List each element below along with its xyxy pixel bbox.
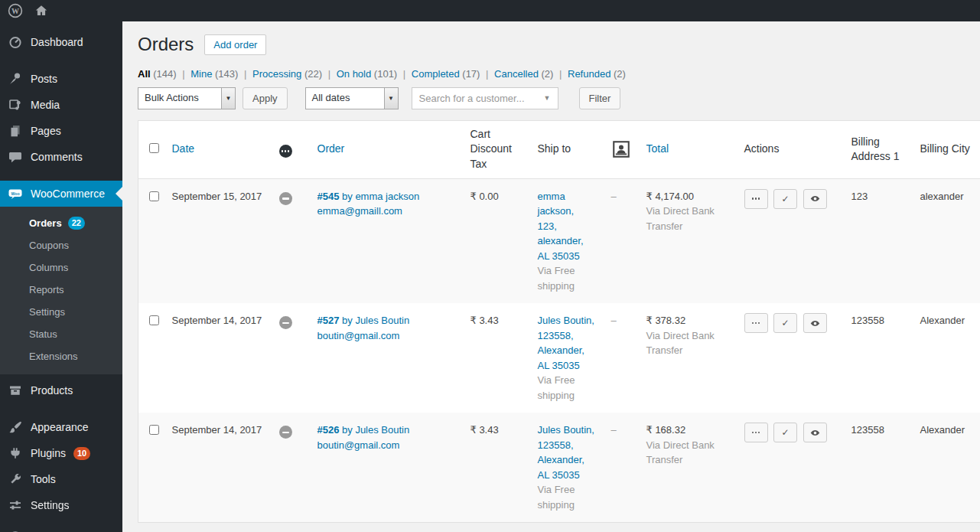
paintbrush-icon <box>8 419 23 435</box>
sidebar-item-appearance[interactable]: Appearance <box>0 414 122 440</box>
order-date: September 14, 2017 <box>172 424 262 436</box>
customer-search-select[interactable]: Search for a customer... ▼ <box>412 87 558 109</box>
sidebar: Dashboard Posts Media Pages Comments Woo… <box>0 21 122 532</box>
sidebar-item-extensions[interactable]: Extensions <box>0 345 122 367</box>
processing-action-button[interactable] <box>744 189 768 209</box>
sort-total-link[interactable]: Total <box>646 142 669 155</box>
sidebar-item-wc-settings[interactable]: Settings <box>0 301 122 323</box>
view-action-button[interactable] <box>803 423 827 442</box>
order-link[interactable]: #527 by Jules Boutin <box>317 315 410 326</box>
filter-refunded-link[interactable]: Refunded (2) <box>568 68 626 80</box>
ship-to-address-link[interactable]: emma jackson, 123, alexander, AL 35035 <box>538 191 584 262</box>
filter-processing-link[interactable]: Processing (22) <box>252 68 322 80</box>
ellipsis-actions-icon <box>752 197 760 200</box>
ship-to-address-link[interactable]: Jules Boutin, 123558, Alexander, AL 3503… <box>538 315 594 371</box>
customer-email-link[interactable]: boutin@gmail.com <box>317 439 400 451</box>
customer-value: – <box>611 424 617 436</box>
complete-check-icon: ✓ <box>782 318 790 328</box>
processing-action-button[interactable] <box>744 313 768 333</box>
comment-bubble-icon <box>8 149 23 165</box>
complete-action-button[interactable]: ✓ <box>773 423 797 442</box>
sidebar-item-products[interactable]: Products <box>0 377 122 403</box>
on-hold-status-icon <box>279 192 292 205</box>
add-order-button[interactable]: Add order <box>204 34 266 55</box>
order-link[interactable]: #526 by Jules Boutin <box>317 424 410 436</box>
sidebar-item-status[interactable]: Status <box>0 323 122 345</box>
sidebar-item-woocommerce[interactable]: Woo WooCommerce <box>0 181 122 207</box>
sliders-icon <box>8 498 23 513</box>
filter-cancelled-link[interactable]: Cancelled (2) <box>494 68 553 80</box>
on-hold-status-icon <box>279 316 292 329</box>
filter-button[interactable]: Filter <box>579 87 621 109</box>
row-checkbox[interactable] <box>149 425 159 435</box>
filter-mine-link[interactable]: Mine (143) <box>190 68 238 80</box>
sidebar-item-coupons[interactable]: Coupons <box>0 234 122 256</box>
sidebar-item-plugins[interactable]: Plugins 10 <box>0 440 122 466</box>
sort-date-link[interactable]: Date <box>172 142 195 155</box>
orders-table: Date Order Cart Discount Tax Ship to Tot… <box>138 120 980 523</box>
submenu-item-label: Settings <box>29 305 65 318</box>
orders-count-badge: 22 <box>68 217 85 230</box>
sidebar-item-tools[interactable]: Tools <box>0 466 122 492</box>
sort-order-link[interactable]: Order <box>317 142 345 155</box>
select-all-checkbox[interactable] <box>149 143 159 153</box>
page-title: Orders <box>138 34 194 56</box>
woocommerce-bubble-icon: Woo <box>8 186 23 201</box>
order-total: ₹ 168.32 <box>646 424 686 436</box>
plug-icon <box>8 446 23 461</box>
collapse-menu-button[interactable]: Collapse menu <box>0 524 122 532</box>
view-action-button[interactable] <box>803 189 827 209</box>
sidebar-item-columns[interactable]: Columns <box>0 256 122 279</box>
dropdown-arrow-icon: ▼ <box>544 94 551 102</box>
submenu-item-label: Reports <box>29 283 64 296</box>
sidebar-item-posts[interactable]: Posts <box>0 66 122 92</box>
complete-action-button[interactable]: ✓ <box>773 313 797 333</box>
sidebar-item-orders[interactable]: Orders 22 <box>0 212 122 234</box>
complete-action-button[interactable]: ✓ <box>773 189 797 209</box>
select-arrow-icon: ▼ <box>384 88 398 109</box>
all-dates-select[interactable]: All dates ▼ <box>305 87 399 109</box>
row-checkbox[interactable] <box>149 191 159 201</box>
billing-address-value: 123558 <box>851 315 884 326</box>
apply-button[interactable]: Apply <box>243 87 288 109</box>
bulk-actions-select[interactable]: Bulk Actions ▼ <box>138 87 236 109</box>
table-row: September 14, 2017 #526 by Jules Boutin … <box>138 413 980 523</box>
actions-header: Actions <box>744 142 780 155</box>
processing-action-button[interactable] <box>744 423 768 442</box>
customer-email-link[interactable]: emma@gmaill.com <box>317 205 402 217</box>
ellipsis-actions-icon <box>752 322 760 325</box>
wordpress-logo-icon[interactable]: W <box>8 3 23 18</box>
home-icon[interactable] <box>34 3 49 18</box>
row-checkbox[interactable] <box>149 315 159 325</box>
customer-value: – <box>611 315 617 326</box>
main-content: Orders Add order All (144) Mine (143) Pr… <box>122 21 980 523</box>
sidebar-item-pages[interactable]: Pages <box>0 118 122 144</box>
shipping-method: Via Free shipping <box>538 263 596 293</box>
view-action-button[interactable] <box>803 313 827 333</box>
billing-city-value: Alexander <box>920 424 965 436</box>
order-link[interactable]: #545 by emma jackson <box>317 191 420 202</box>
table-row: September 15, 2017 #545 by emma jackson … <box>138 178 980 303</box>
sidebar-item-media[interactable]: Media <box>0 92 122 118</box>
customer-email-link[interactable]: boutin@gmail.com <box>317 330 400 341</box>
sidebar-item-label: Appearance <box>31 419 89 435</box>
filter-onhold-link[interactable]: On hold (101) <box>337 68 398 80</box>
payment-method: Via Direct Bank Transfer <box>646 438 729 468</box>
filter-completed-link[interactable]: Completed (17) <box>412 68 480 80</box>
submenu-item-label: Orders <box>29 217 62 230</box>
ship-to-address-link[interactable]: Jules Boutin, 123558, Alexander, AL 3503… <box>538 424 594 481</box>
sidebar-item-reports[interactable]: Reports <box>0 279 122 301</box>
billing-city-value: Alexander <box>920 315 965 326</box>
sidebar-item-settings[interactable]: Settings <box>0 492 122 518</box>
cart-discount-tax-value: ₹ 3.43 <box>470 424 499 436</box>
sidebar-item-label: Dashboard <box>31 34 83 50</box>
cart-discount-tax-value: ₹ 0.00 <box>470 191 499 202</box>
sidebar-item-dashboard[interactable]: Dashboard <box>0 29 122 55</box>
table-row: September 14, 2017 #527 by Jules Boutin … <box>138 303 980 413</box>
filter-all-link[interactable]: All (144) <box>138 68 177 80</box>
pushpin-icon <box>8 71 23 86</box>
view-eye-icon <box>809 193 821 204</box>
orders-toolbar: Bulk Actions ▼ Apply All dates ▼ Search … <box>138 87 980 109</box>
sidebar-item-comments[interactable]: Comments <box>0 144 122 170</box>
complete-check-icon: ✓ <box>782 427 790 438</box>
